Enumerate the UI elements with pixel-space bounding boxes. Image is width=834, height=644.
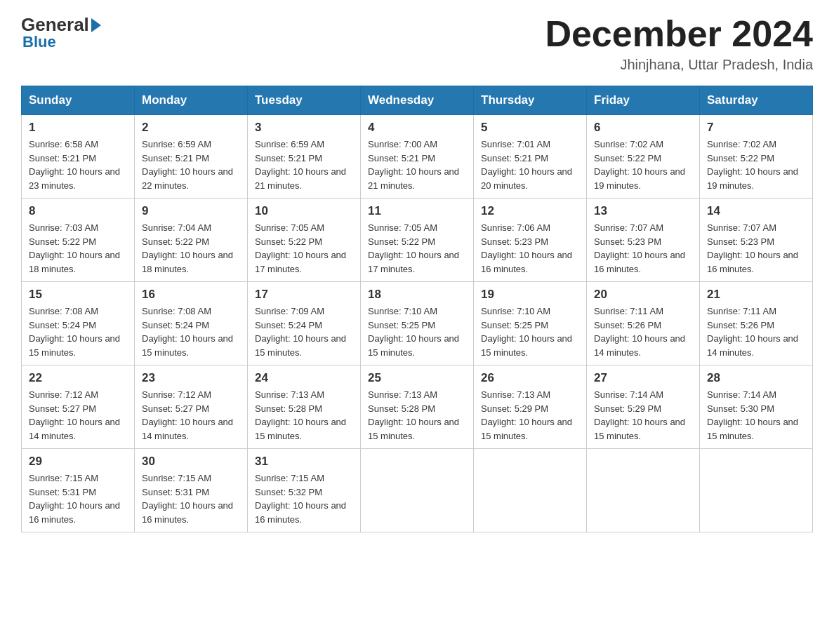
daylight-label: Daylight: 10 hours and 15 minutes. xyxy=(142,333,233,358)
day-number: 16 xyxy=(142,288,240,302)
sunrise-label: Sunrise: 7:12 AM xyxy=(142,389,211,400)
day-info: Sunrise: 7:13 AM Sunset: 5:29 PM Dayligh… xyxy=(481,388,579,443)
daylight-label: Daylight: 10 hours and 15 minutes. xyxy=(368,417,459,441)
day-info: Sunrise: 7:15 AM Sunset: 5:31 PM Dayligh… xyxy=(142,471,240,526)
sunrise-label: Sunrise: 7:07 AM xyxy=(707,222,776,233)
sunset-label: Sunset: 5:24 PM xyxy=(255,320,322,330)
day-number: 15 xyxy=(29,288,127,302)
daylight-label: Daylight: 10 hours and 15 minutes. xyxy=(481,417,572,441)
sunrise-label: Sunrise: 7:09 AM xyxy=(255,306,324,316)
sunrise-label: Sunrise: 7:15 AM xyxy=(255,473,324,483)
sunrise-label: Sunrise: 7:08 AM xyxy=(142,306,211,316)
day-info: Sunrise: 7:12 AM Sunset: 5:27 PM Dayligh… xyxy=(29,388,127,443)
header-wednesday: Wednesday xyxy=(361,86,474,115)
daylight-label: Daylight: 10 hours and 14 minutes. xyxy=(29,417,120,441)
day-info: Sunrise: 7:13 AM Sunset: 5:28 PM Dayligh… xyxy=(255,388,353,443)
day-number: 25 xyxy=(368,371,466,385)
day-number: 23 xyxy=(142,371,240,385)
table-row: 12 Sunrise: 7:06 AM Sunset: 5:23 PM Dayl… xyxy=(474,199,587,282)
sunset-label: Sunset: 5:21 PM xyxy=(142,153,209,163)
sunset-label: Sunset: 5:22 PM xyxy=(368,236,435,247)
daylight-label: Daylight: 10 hours and 16 minutes. xyxy=(594,250,685,274)
sunrise-label: Sunrise: 7:02 AM xyxy=(594,139,663,149)
daylight-label: Daylight: 10 hours and 16 minutes. xyxy=(29,500,120,525)
table-row: 25 Sunrise: 7:13 AM Sunset: 5:28 PM Dayl… xyxy=(361,365,474,449)
day-info: Sunrise: 7:04 AM Sunset: 5:22 PM Dayligh… xyxy=(142,221,240,276)
sunset-label: Sunset: 5:23 PM xyxy=(707,236,774,247)
table-row: 16 Sunrise: 7:08 AM Sunset: 5:24 PM Dayl… xyxy=(135,282,248,365)
sunset-label: Sunset: 5:27 PM xyxy=(29,403,96,414)
weekday-header-row: Sunday Monday Tuesday Wednesday Thursday… xyxy=(22,86,813,115)
logo: General Blue xyxy=(21,14,103,51)
sunset-label: Sunset: 5:32 PM xyxy=(255,487,322,497)
day-info: Sunrise: 7:13 AM Sunset: 5:28 PM Dayligh… xyxy=(368,388,466,443)
day-info: Sunrise: 7:09 AM Sunset: 5:24 PM Dayligh… xyxy=(255,304,353,359)
table-row: 2 Sunrise: 6:59 AM Sunset: 5:21 PM Dayli… xyxy=(135,115,248,199)
sunrise-label: Sunrise: 7:14 AM xyxy=(707,389,776,400)
day-number: 13 xyxy=(594,204,692,218)
day-number: 26 xyxy=(481,371,579,385)
table-row: 6 Sunrise: 7:02 AM Sunset: 5:22 PM Dayli… xyxy=(587,115,700,199)
table-row: 15 Sunrise: 7:08 AM Sunset: 5:24 PM Dayl… xyxy=(22,282,135,365)
sunset-label: Sunset: 5:28 PM xyxy=(255,403,322,414)
day-info: Sunrise: 7:10 AM Sunset: 5:25 PM Dayligh… xyxy=(481,304,579,359)
sunrise-label: Sunrise: 7:10 AM xyxy=(481,306,550,316)
sunrise-label: Sunrise: 7:05 AM xyxy=(255,222,324,233)
day-number: 29 xyxy=(29,455,127,469)
day-info: Sunrise: 7:12 AM Sunset: 5:27 PM Dayligh… xyxy=(142,388,240,443)
sunset-label: Sunset: 5:25 PM xyxy=(481,320,548,330)
table-row: 19 Sunrise: 7:10 AM Sunset: 5:25 PM Dayl… xyxy=(474,282,587,365)
table-row: 4 Sunrise: 7:00 AM Sunset: 5:21 PM Dayli… xyxy=(361,115,474,199)
daylight-label: Daylight: 10 hours and 17 minutes. xyxy=(255,250,346,274)
daylight-label: Daylight: 10 hours and 15 minutes. xyxy=(29,333,120,358)
sunset-label: Sunset: 5:23 PM xyxy=(481,236,548,247)
sunset-label: Sunset: 5:23 PM xyxy=(594,236,661,247)
sunrise-label: Sunrise: 7:13 AM xyxy=(481,389,550,400)
daylight-label: Daylight: 10 hours and 15 minutes. xyxy=(255,417,346,441)
day-info: Sunrise: 7:08 AM Sunset: 5:24 PM Dayligh… xyxy=(142,304,240,359)
header-monday: Monday xyxy=(135,86,248,115)
day-info: Sunrise: 7:14 AM Sunset: 5:30 PM Dayligh… xyxy=(707,388,805,443)
table-row: 13 Sunrise: 7:07 AM Sunset: 5:23 PM Dayl… xyxy=(587,199,700,282)
day-number: 11 xyxy=(368,204,466,218)
title-section: December 2024 Jhinjhana, Uttar Pradesh, … xyxy=(545,14,813,73)
day-number: 3 xyxy=(255,121,353,135)
day-number: 10 xyxy=(255,204,353,218)
daylight-label: Daylight: 10 hours and 15 minutes. xyxy=(594,417,685,441)
day-info: Sunrise: 7:14 AM Sunset: 5:29 PM Dayligh… xyxy=(594,388,692,443)
month-title: December 2024 xyxy=(545,14,813,54)
table-row: 30 Sunrise: 7:15 AM Sunset: 5:31 PM Dayl… xyxy=(135,449,248,532)
day-number: 24 xyxy=(255,371,353,385)
sunrise-label: Sunrise: 7:03 AM xyxy=(29,222,98,233)
sunset-label: Sunset: 5:31 PM xyxy=(29,487,96,497)
table-row: 21 Sunrise: 7:11 AM Sunset: 5:26 PM Dayl… xyxy=(700,282,813,365)
sunrise-label: Sunrise: 7:06 AM xyxy=(481,222,550,233)
day-info: Sunrise: 7:11 AM Sunset: 5:26 PM Dayligh… xyxy=(594,304,692,359)
table-row: 7 Sunrise: 7:02 AM Sunset: 5:22 PM Dayli… xyxy=(700,115,813,199)
day-number: 17 xyxy=(255,288,353,302)
daylight-label: Daylight: 10 hours and 19 minutes. xyxy=(707,166,798,191)
sunset-label: Sunset: 5:24 PM xyxy=(29,320,96,330)
sunset-label: Sunset: 5:25 PM xyxy=(368,320,435,330)
table-row: 5 Sunrise: 7:01 AM Sunset: 5:21 PM Dayli… xyxy=(474,115,587,199)
sunrise-label: Sunrise: 7:14 AM xyxy=(594,389,663,400)
sunset-label: Sunset: 5:21 PM xyxy=(368,153,435,163)
logo-blue-text: Blue xyxy=(22,33,56,51)
header-saturday: Saturday xyxy=(700,86,813,115)
table-row: 18 Sunrise: 7:10 AM Sunset: 5:25 PM Dayl… xyxy=(361,282,474,365)
day-number: 31 xyxy=(255,455,353,469)
day-info: Sunrise: 6:59 AM Sunset: 5:21 PM Dayligh… xyxy=(142,137,240,192)
day-info: Sunrise: 7:03 AM Sunset: 5:22 PM Dayligh… xyxy=(29,221,127,276)
day-number: 4 xyxy=(368,121,466,135)
daylight-label: Daylight: 10 hours and 15 minutes. xyxy=(255,333,346,358)
table-row: 20 Sunrise: 7:11 AM Sunset: 5:26 PM Dayl… xyxy=(587,282,700,365)
day-info: Sunrise: 7:11 AM Sunset: 5:26 PM Dayligh… xyxy=(707,304,805,359)
sunset-label: Sunset: 5:22 PM xyxy=(142,236,209,247)
daylight-label: Daylight: 10 hours and 15 minutes. xyxy=(481,333,572,358)
sunset-label: Sunset: 5:28 PM xyxy=(368,403,435,414)
sunrise-label: Sunrise: 6:59 AM xyxy=(142,139,211,149)
day-number: 21 xyxy=(707,288,805,302)
page-header: General Blue December 2024 Jhinjhana, Ut… xyxy=(21,14,813,73)
table-row xyxy=(361,449,474,532)
sunrise-label: Sunrise: 7:05 AM xyxy=(368,222,437,233)
